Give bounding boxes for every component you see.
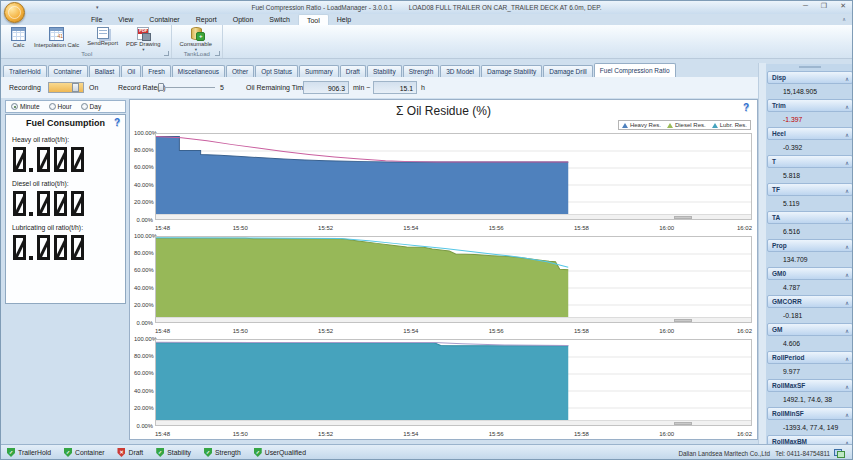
collapse-chevron-icon[interactable]: ∧	[845, 241, 849, 253]
segment-digit	[13, 235, 26, 260]
sidebar-section-prop[interactable]: Prop∧	[767, 239, 853, 252]
tab-summary[interactable]: Summary	[299, 65, 339, 77]
record-rate-slider-thumb[interactable]	[158, 83, 164, 91]
recording-toggle[interactable]	[48, 82, 84, 93]
tab-container[interactable]: Container	[48, 65, 88, 77]
collapse-chevron-icon[interactable]: ∧	[845, 101, 849, 113]
radio-minute[interactable]: Minute	[11, 103, 40, 110]
tab-fresh[interactable]: Fresh	[142, 65, 171, 77]
ribbon-button-sendreport[interactable]: SendReport	[83, 26, 122, 48]
tab-3d-model[interactable]: 3D Model	[440, 65, 480, 77]
sidebar-section-ta[interactable]: TA∧	[767, 211, 853, 224]
sidebar-section-trim[interactable]: Trim∧	[767, 99, 853, 112]
sidebar-section-t[interactable]: T∧	[767, 155, 853, 168]
tab-opt-status[interactable]: Opt Status	[255, 65, 298, 77]
collapse-chevron-icon[interactable]: ∧	[845, 213, 849, 225]
chart-help-icon[interactable]: ?	[743, 102, 749, 113]
collapse-chevron-icon[interactable]: ∧	[845, 353, 849, 365]
scrollbar-thumb[interactable]	[674, 422, 692, 425]
dialog-launcher-icon[interactable]	[164, 51, 169, 56]
status-flag-draft[interactable]: ✕Draft	[117, 448, 143, 457]
sidebar-section-rollmaxbm[interactable]: RollMaxBM∧	[767, 435, 853, 444]
y-axis-tick-label: 80.00%	[134, 353, 153, 359]
vertical-scrollbar[interactable]	[758, 63, 766, 444]
collapse-chevron-icon[interactable]: ∧	[845, 325, 849, 337]
menu-item-container[interactable]: Container	[141, 14, 187, 25]
sidebar-section-gmcorr[interactable]: GMCORR∧	[767, 295, 853, 308]
application-orb-button[interactable]	[4, 2, 25, 23]
tab-other[interactable]: Other	[226, 65, 254, 77]
tab-oil[interactable]: Oil	[121, 65, 141, 77]
collapse-chevron-icon[interactable]: ∧	[845, 185, 849, 197]
collapse-chevron-icon[interactable]: ∧	[845, 157, 849, 169]
collapse-chevron-icon[interactable]: ∧	[845, 73, 849, 85]
remaining-hours-field[interactable]: 15.1	[373, 81, 417, 94]
radio-day[interactable]: Day	[81, 103, 102, 110]
sidebar-section-rollminsf[interactable]: RollMinSF∧	[767, 407, 853, 420]
radio-button-icon[interactable]	[11, 103, 18, 110]
tab-damage-stability[interactable]: Damage Stability	[481, 65, 542, 77]
x-axis-tick-label: 15:56	[489, 225, 504, 231]
menu-item-option[interactable]: Option	[225, 14, 262, 25]
shield-icon: ✓	[204, 448, 212, 457]
menu-item-switch[interactable]: Switch	[261, 14, 298, 25]
collapse-chevron-icon[interactable]: ∧	[845, 297, 849, 309]
segment-decimal-point	[29, 212, 33, 216]
minimize-button[interactable]: ─	[803, 2, 808, 10]
horizontal-scrollbar[interactable]	[156, 214, 751, 219]
collapse-chevron-icon[interactable]: ∧	[845, 437, 849, 444]
sidebar-value-heel: -0.392	[766, 140, 853, 155]
radio-button-icon[interactable]	[81, 103, 88, 110]
collapse-chevron-icon[interactable]: ∧	[845, 129, 849, 141]
status-flag-stability[interactable]: ✓Stability	[156, 448, 191, 457]
ribbon-button-pdf-drawing[interactable]: PDF Drawing▾	[122, 26, 164, 53]
record-rate-slider[interactable]	[159, 87, 215, 88]
menu-item-tool[interactable]: Tool	[298, 14, 329, 25]
collapse-chevron-icon[interactable]: ∧	[845, 381, 849, 393]
menu-item-help[interactable]: Help	[329, 14, 359, 25]
tab-trailerhold[interactable]: TrailerHold	[3, 65, 47, 77]
menu-item-file[interactable]: File	[83, 14, 110, 25]
sidebar-section-heel[interactable]: Heel∧	[767, 127, 853, 140]
scrollbar-thumb[interactable]	[674, 319, 692, 322]
menu-item-report[interactable]: Report	[188, 14, 225, 25]
radio-button-icon[interactable]	[49, 103, 56, 110]
tab-damage-drill[interactable]: Damage Drill	[543, 65, 593, 77]
status-flag-userqualified[interactable]: ✓UserQualified	[254, 448, 306, 457]
tab-stability[interactable]: Stability	[367, 65, 402, 77]
status-flag-container[interactable]: ✓Container	[64, 448, 104, 457]
collapse-chevron-icon[interactable]: ∧	[845, 409, 849, 421]
tab-draft[interactable]: Draft	[340, 65, 366, 77]
sidebar-splitter-handle[interactable]	[799, 66, 821, 68]
tab-miscellaneous[interactable]: Miscellaneous	[172, 65, 225, 77]
dialog-launcher-icon[interactable]	[215, 51, 220, 56]
close-button[interactable]: ✕	[840, 2, 846, 10]
quick-access-caret-icon[interactable]: ▾	[96, 4, 99, 10]
status-flag-trailerhold[interactable]: ✓TrailerHold	[7, 448, 51, 457]
scrollbar-thumb[interactable]	[674, 216, 692, 219]
ribbon-button-consumable[interactable]: Consumable▾	[176, 26, 217, 53]
ribbon-button-interpolation-calc[interactable]: Interpolation Calc	[30, 26, 83, 50]
remaining-minutes-field[interactable]: 906.3	[303, 81, 349, 94]
horizontal-scrollbar[interactable]	[156, 317, 751, 322]
tab-fuel-compression-ratio[interactable]: Fuel Compression Ratio	[594, 63, 676, 77]
tab-strength[interactable]: Strength	[403, 65, 440, 77]
sidebar-section-gm[interactable]: GM∧	[767, 323, 853, 336]
sidebar-section-tf[interactable]: TF∧	[767, 183, 853, 196]
horizontal-scrollbar[interactable]	[156, 420, 751, 425]
fuel-help-icon[interactable]: ?	[114, 117, 120, 128]
recording-toggle-thumb[interactable]	[72, 83, 79, 92]
sidebar-section-disp[interactable]: Disp∧	[767, 71, 853, 84]
ribbon-collapse-icon[interactable]: ∧	[842, 16, 846, 22]
sidebar-section-rollmaxsf[interactable]: RollMaxSF∧	[767, 379, 853, 392]
status-flag-strength[interactable]: ✓Strength	[204, 448, 241, 457]
sidebar-section-gm0[interactable]: GM0∧	[767, 267, 853, 280]
restore-button[interactable]: ❐	[821, 2, 827, 10]
ribbon-button-calc[interactable]: Calc	[7, 26, 30, 50]
radio-hour[interactable]: Hour	[49, 103, 72, 110]
sidebar-section-rollperiod[interactable]: RollPeriod∧	[767, 351, 853, 364]
tab-ballast[interactable]: Ballast	[89, 65, 121, 77]
collapse-chevron-icon[interactable]: ∧	[845, 269, 849, 281]
menu-item-view[interactable]: View	[110, 14, 141, 25]
x-axis-labels: 15:4815:5015:5215:5415:5615:5816:0016:02	[155, 222, 752, 231]
